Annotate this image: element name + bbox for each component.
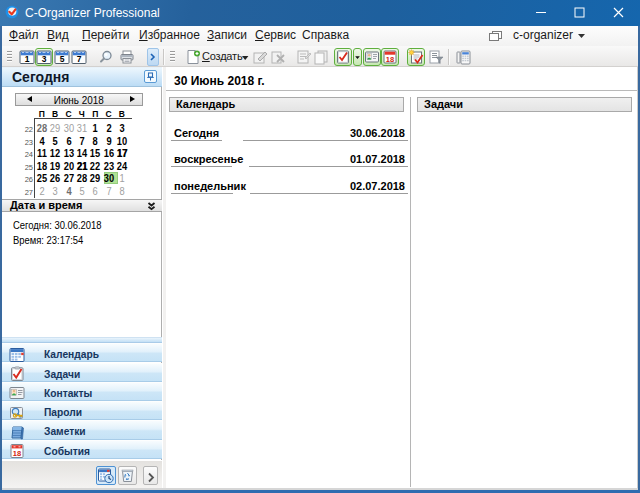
svg-text:18: 18: [13, 449, 21, 458]
svg-text:1: 1: [25, 54, 30, 64]
svg-text:3: 3: [42, 54, 47, 64]
svg-text:7: 7: [77, 54, 82, 64]
svg-text:18: 18: [386, 55, 394, 64]
svg-text:5: 5: [60, 54, 65, 64]
